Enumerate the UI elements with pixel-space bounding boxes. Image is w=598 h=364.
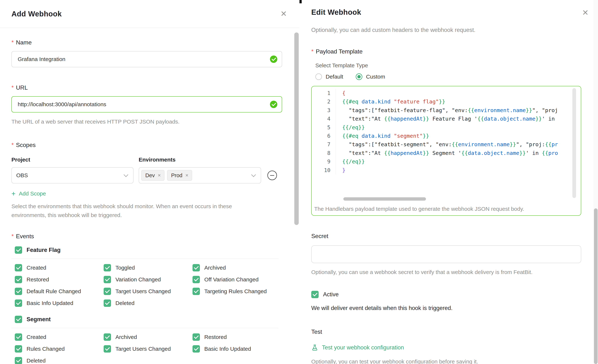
line-number: 5 (312, 123, 331, 132)
close-icon[interactable]: ✕ (582, 9, 589, 17)
url-input[interactable] (11, 96, 282, 113)
project-select[interactable]: OBS (11, 167, 133, 183)
add-webhook-header: Add Webhook ✕ (0, 0, 299, 28)
editor-vertical-scrollbar[interactable] (572, 88, 576, 198)
group-checkbox-checked[interactable] (15, 246, 22, 254)
event-group-title: Feature Flag (26, 247, 60, 253)
event-item-label: Toggled (116, 265, 135, 271)
active-label: Active (323, 291, 339, 298)
checkbox-checked[interactable] (104, 299, 111, 307)
code-line: {{#eq data.kind "segment"}} (342, 132, 581, 140)
divider (11, 328, 278, 328)
close-icon[interactable]: ✕ (281, 10, 287, 18)
environment-tag: Dev× (141, 170, 165, 181)
line-number: 9 (312, 157, 331, 166)
event-checkbox-item[interactable]: Toggled (104, 262, 192, 274)
project-select-value: OBS (16, 172, 28, 179)
edit-webhook-title: Edit Webhook (311, 8, 361, 17)
event-checkbox-grid: CreatedArchivedRestoredRules ChangedTarg… (15, 331, 282, 364)
checkbox-checked[interactable] (104, 333, 111, 341)
checkbox-checked[interactable] (15, 264, 22, 272)
page-scrollbar-thumb[interactable] (594, 208, 598, 364)
active-checkbox-row[interactable]: Active (311, 291, 581, 298)
edit-webhook-modal: Edit Webhook ✕ Optionally, you can add c… (302, 0, 598, 364)
scopes-help-text: Select the environments that this webhoo… (11, 202, 255, 220)
event-checkbox-item[interactable]: Targeting Rules Changed (192, 285, 282, 297)
radio-custom[interactable]: Custom (356, 73, 385, 80)
checkbox-checked[interactable] (192, 288, 200, 295)
checkbox-checked[interactable] (15, 276, 22, 283)
environment-tag-label: Prod (171, 172, 182, 179)
editor-horizontal-scrollbar-thumb[interactable] (343, 197, 426, 201)
event-item-label: Restored (26, 276, 49, 283)
test-webhook-link[interactable]: Test your webhook configuration (311, 344, 404, 351)
line-number: 6 (312, 132, 331, 140)
event-checkbox-item[interactable]: Basic Info Updated (192, 343, 282, 355)
name-input[interactable] (11, 51, 282, 67)
event-checkbox-item[interactable]: Basic Info Updated (15, 297, 104, 309)
event-checkbox-item[interactable]: Restored (192, 331, 282, 343)
checkbox-checked[interactable] (192, 333, 200, 341)
code-area[interactable]: 12345678910 {{{#eq data.kind "feature fl… (312, 86, 581, 174)
background-gap (299, 0, 302, 3)
event-checkbox-item[interactable]: Off Variation Changed (192, 274, 282, 285)
event-checkbox-item[interactable]: Archived (192, 262, 282, 274)
active-checkbox-checked[interactable] (311, 291, 319, 298)
payload-template-editor[interactable]: 12345678910 {{{#eq data.kind "feature fl… (311, 86, 581, 216)
line-number: 10 (312, 166, 331, 174)
left-modal-scrollbar-thumb[interactable] (294, 33, 299, 225)
checkbox-checked[interactable] (15, 345, 22, 353)
checkbox-checked[interactable] (15, 333, 22, 341)
checkbox-checked[interactable] (104, 288, 111, 295)
line-number: 3 (312, 106, 331, 115)
event-checkbox-item[interactable]: Deleted (15, 355, 104, 364)
group-checkbox-checked[interactable] (15, 316, 22, 323)
event-checkbox-item[interactable]: Variation Changed (104, 274, 192, 285)
checkbox-checked[interactable] (15, 288, 22, 295)
event-group: SegmentCreatedArchivedRestoredRules Chan… (15, 316, 282, 364)
url-field-wrap (11, 96, 282, 113)
event-checkbox-item[interactable]: Deleted (104, 297, 192, 309)
code-lines: {{{#eq data.kind "feature flag"}} "tags"… (336, 89, 581, 174)
tag-remove-icon[interactable]: × (158, 173, 161, 178)
environment-tags: Dev×Prod× (141, 170, 192, 181)
tag-remove-icon[interactable]: × (185, 173, 188, 178)
add-scope-link[interactable]: + Add Scope (11, 190, 46, 197)
checkbox-checked[interactable] (15, 357, 22, 364)
checkbox-checked[interactable] (192, 264, 200, 272)
radio-custom-label: Custom (366, 74, 385, 80)
secret-input[interactable] (311, 245, 581, 263)
event-checkbox-item[interactable]: Restored (15, 274, 104, 285)
test-webhook-link-label: Test your webhook configuration (322, 344, 404, 351)
checkbox-checked[interactable] (104, 345, 111, 353)
event-item-label: Created (26, 334, 46, 340)
event-item-label: Variation Changed (116, 276, 161, 283)
event-item-label: Archived (116, 334, 137, 340)
radio-default[interactable]: Default (315, 73, 343, 80)
environments-select[interactable]: Dev×Prod× (139, 167, 261, 183)
environments-column-label: Environments (139, 157, 175, 163)
event-checkbox-item[interactable]: Default Rule Changed (15, 285, 104, 297)
event-checkbox-item[interactable]: Rules Changed (15, 343, 104, 355)
add-webhook-title: Add Webhook (11, 10, 62, 18)
event-checkbox-item[interactable]: Created (15, 331, 104, 343)
event-item-label: Deleted (26, 357, 46, 364)
event-checkbox-item[interactable]: Archived (104, 331, 192, 343)
checkbox-checked[interactable] (104, 276, 111, 283)
event-item-label: Basic Info Updated (204, 346, 251, 352)
event-checkbox-item[interactable]: Created (15, 262, 104, 274)
events-label: Events (11, 233, 282, 240)
event-item-label: Off Variation Changed (204, 276, 258, 283)
success-check-icon (270, 56, 277, 63)
code-line: } (342, 166, 581, 174)
event-checkbox-item[interactable]: Target Users Changed (104, 343, 192, 355)
checkbox-checked[interactable] (104, 264, 111, 272)
test-help-text: Optionally, you can test your webhook co… (311, 358, 581, 364)
event-checkbox-grid: CreatedToggledArchivedRestoredVariation … (15, 262, 282, 309)
checkbox-checked[interactable] (192, 345, 200, 353)
checkbox-checked[interactable] (192, 276, 200, 283)
checkbox-checked[interactable] (15, 299, 22, 307)
event-item-label: Created (26, 265, 46, 271)
remove-scope-button[interactable] (267, 171, 277, 180)
event-checkbox-item[interactable]: Target Users Changed (104, 285, 192, 297)
